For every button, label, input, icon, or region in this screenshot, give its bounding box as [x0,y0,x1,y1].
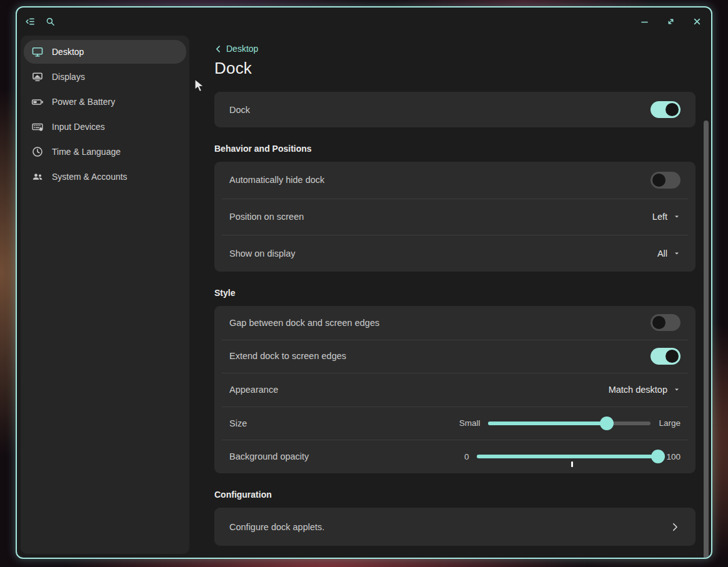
minimize-icon[interactable] [639,16,650,27]
desktop-icon [31,46,44,58]
sidebar-item-input-devices[interactable]: Input Devices [24,115,186,139]
size-row: Size Small Large [214,407,696,440]
dock-toggle-row: Dock [214,92,696,127]
toggle-knob [666,103,679,116]
auto-hide-toggle[interactable] [651,172,681,189]
settings-window: Desktop Displays Power & Battery Input D… [16,6,712,559]
row-label: Extend dock to screen edges [229,351,346,361]
displays-icon [31,71,44,83]
section-title-behavior: Behavior and Positions [214,144,696,155]
sidebar-item-desktop[interactable]: Desktop [24,40,186,64]
opacity-slider-track[interactable] [477,455,658,458]
back-button[interactable]: Desktop [214,43,258,54]
style-card: Gap between dock and screen edges Extend… [214,306,696,473]
show-on-display-dropdown[interactable]: All [657,249,681,259]
back-chevron-icon [214,45,222,53]
sidebar-item-label: Displays [52,72,85,82]
configure-applets-row[interactable]: Configure dock applets. [214,508,696,546]
position-row: Position on screen Left [214,199,696,235]
toggle-knob [666,350,679,363]
extend-row: Extend dock to screen edges [214,340,696,373]
battery-icon [31,96,44,108]
maximize-icon[interactable] [665,16,676,27]
row-label: Dock [229,105,250,115]
slider-fill [477,455,658,458]
appearance-dropdown[interactable]: Match desktop [609,385,681,395]
dropdown-value: All [657,249,667,259]
row-label: Background opacity [229,451,309,461]
chevron-right-icon [669,521,681,533]
vertical-scrollbar[interactable] [704,121,709,559]
search-icon[interactable] [44,16,56,27]
slider-max-label: Large [659,418,681,428]
appearance-row: Appearance Match desktop [214,373,696,407]
opacity-row: Background opacity 0 100 [214,440,696,473]
window-controls [639,16,702,27]
row-label: Position on screen [229,212,304,222]
dock-toggle[interactable] [651,101,681,118]
sidebar-item-label: Power & Battery [52,97,115,107]
window-body: Desktop Displays Power & Battery Input D… [17,36,711,558]
row-label: Size [229,418,247,428]
section-title-configuration: Configuration [214,490,696,501]
sidebar-collapse-icon[interactable] [24,16,36,27]
sidebar-item-displays[interactable]: Displays [24,65,186,89]
gap-toggle[interactable] [651,314,681,331]
show-on-display-row: Show on display All [214,235,696,272]
users-icon [31,170,44,183]
close-icon[interactable] [691,16,702,27]
slider-fill [488,422,607,425]
opacity-slider: 0 100 [464,452,681,461]
behavior-card: Automatically hide dock Position on scre… [214,162,696,272]
sidebar-item-label: Desktop [52,47,84,57]
toggle-knob [652,316,666,329]
opacity-slider-knob[interactable] [651,450,665,463]
sidebar-item-label: Time & Language [52,147,121,157]
chevron-down-icon [673,250,681,257]
size-slider-knob[interactable] [600,417,614,430]
toggle-knob [652,174,666,187]
slider-max-label: 100 [666,452,681,461]
sidebar-item-power-battery[interactable]: Power & Battery [24,90,186,114]
chevron-down-icon [673,213,681,220]
keyboard-icon [31,121,44,133]
page-title: Dock [214,58,696,78]
configuration-card: Configure dock applets. [214,508,696,546]
sidebar: Desktop Displays Power & Battery Input D… [21,36,189,554]
row-label: Show on display [229,249,296,259]
sidebar-item-system-accounts[interactable]: System & Accounts [24,165,186,189]
row-label: Configure dock applets. [229,522,324,532]
sidebar-item-time-language[interactable]: Time & Language [24,140,186,164]
chevron-down-icon [673,386,681,393]
main-content: Desktop Dock Dock Behavior and Positions… [189,36,711,558]
sidebar-item-label: System & Accounts [52,172,127,182]
row-label: Gap between dock and screen edges [229,318,379,328]
section-title-style: Style [214,288,696,300]
back-label: Desktop [226,44,258,54]
gap-row: Gap between dock and screen edges [214,306,696,340]
titlebar [17,7,711,36]
sidebar-item-label: Input Devices [52,122,105,132]
dock-toggle-card: Dock [214,92,696,127]
size-slider: Small Large [459,418,681,428]
clock-icon [31,145,44,158]
slider-tick-mark [571,461,573,467]
titlebar-left [24,16,56,27]
extend-toggle[interactable] [651,348,681,365]
row-label: Automatically hide dock [229,175,324,185]
auto-hide-row: Automatically hide dock [214,162,696,199]
slider-min-label: Small [459,418,481,428]
slider-min-label: 0 [464,452,469,461]
dropdown-value: Match desktop [609,385,667,395]
position-dropdown[interactable]: Left [652,212,681,222]
dropdown-value: Left [652,212,667,222]
size-slider-track[interactable] [488,422,651,425]
row-label: Appearance [229,385,278,395]
